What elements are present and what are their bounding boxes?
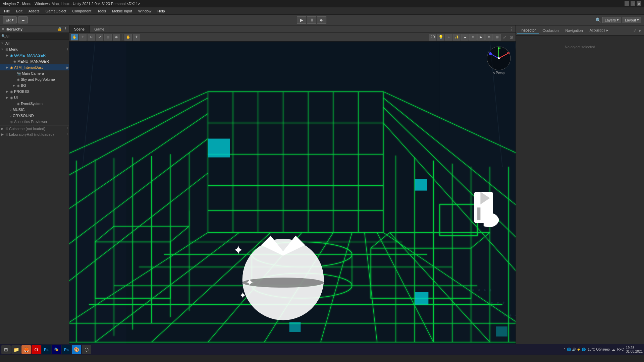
hierarchy-item-atm[interactable]: ▶ ◉ ATM_InteriorDust ▶ (0, 64, 69, 70)
svg-text:✦ ✦ ✦ ✦: ✦ ✦ ✦ ✦ (471, 287, 492, 293)
taskbar-unity-icon[interactable]: ⬡ (82, 345, 91, 354)
menu-help[interactable]: Help (155, 8, 168, 14)
hierarchy-options-icon[interactable]: ⋮ (63, 27, 67, 31)
hierarchy-item-menu[interactable]: ▾ ⊞ Menu ⋮ (0, 46, 69, 52)
scene-tab-options: ⋮ (509, 27, 516, 32)
scene-toolbar-right: 2D 💡 ♪ ✨ ☁ ≡ ▶ ⊕ ⊞ ⤢ ⊠ (429, 34, 514, 41)
laboratoryhall-dots[interactable]: ⋮ (66, 133, 69, 136)
hierarchy-item-game-manager[interactable]: ▶ ◉ GAME_MANAGER (0, 52, 69, 58)
system-tray: ⌃ 🌐 🔊 ⚡ 🌐 10°C Облачно ☁ РУС 19:28 31.08… (563, 346, 643, 353)
hierarchy-item-music[interactable]: ♪ MUSIC (0, 107, 69, 113)
play-button[interactable]: ▶ (297, 16, 306, 24)
hierarchy-atm-dots[interactable]: ▶ (66, 66, 69, 69)
hierarchy-item-laboratoryhall[interactable]: ▶ ⊞ LaboratoryHall (not loaded) ⋮ (0, 131, 69, 137)
atm-icon: ◉ (10, 66, 13, 69)
hierarchy-item-crysound[interactable]: ♪ CRYSOUND (0, 113, 69, 119)
scene-lighting-btn[interactable]: 💡 (437, 34, 444, 41)
scene-toolbar: ✋ ✛ ↻ ⤢ ⊞ ⊕ ✋ ✛ 2D 💡 ♪ ✨ ☁ ≡ ▶ ⊕ ⊞ ⤢ ⊠ (69, 33, 516, 42)
tool-transform[interactable]: ⊕ (113, 34, 120, 41)
taskbar-ps-icon-2[interactable]: Ps (62, 345, 71, 354)
hierarchy-label-sky-fog: Sky and Fog Volume (21, 77, 55, 81)
taskbar-firefox-icon[interactable]: 🦊 (21, 345, 31, 354)
inspector-empty: No object selected (519, 45, 641, 49)
tool-custom1[interactable]: ✋ (124, 34, 132, 41)
hierarchy-title: Hierarchy (5, 27, 22, 31)
tab-game[interactable]: Game (90, 25, 109, 33)
step-button[interactable]: ⏭ (317, 16, 326, 24)
svg-text:Z: Z (487, 51, 489, 54)
menu-mobile-input[interactable]: Mobile Input (109, 8, 135, 14)
hierarchy-item-ui[interactable]: ▶ ◉ UI (0, 95, 69, 101)
hierarchy-item-sky-fog[interactable]: ◉ Sky and Fog Volume (0, 76, 69, 82)
hierarchy-item-eventsystem[interactable]: ◉ EventSystem (0, 101, 69, 107)
tool-hand[interactable]: ✋ (71, 34, 78, 41)
hierarchy-search-input[interactable] (5, 34, 68, 38)
tool-move[interactable]: ✛ (79, 34, 87, 41)
tab-occlusion[interactable]: Occlusion (539, 27, 562, 34)
hierarchy-menu-dots[interactable]: ⋮ (66, 48, 69, 51)
minimize-button[interactable]: ─ (625, 1, 629, 6)
scene-grid-btn[interactable]: ⊞ (493, 34, 501, 41)
tool-scale[interactable]: ⤢ (96, 34, 103, 41)
tab-inspector[interactable]: Inspector (517, 27, 539, 34)
taskbar-opera-icon[interactable]: O (32, 345, 41, 354)
scene-snap-btn[interactable]: ⊕ (485, 34, 493, 41)
scene-collapse-icon[interactable]: ⊠ (508, 35, 514, 40)
probe-box-5 (496, 326, 507, 337)
menu-bar: File Edit Assets GameObject Component To… (0, 7, 644, 15)
hierarchy-label-menu: Menu (9, 47, 18, 51)
right-panel-expand[interactable]: ⤢ (632, 28, 638, 33)
scene-gizmos-btn[interactable]: 2D (429, 34, 436, 41)
hierarchy-item-all[interactable]: ▾ All (0, 40, 69, 46)
taskbar-explorer-icon[interactable]: 📁 (11, 345, 21, 354)
layers-label: Layers (605, 18, 616, 22)
taskbar-ae-icon[interactable]: 🎭 (52, 345, 61, 354)
toolbar-separator-1 (122, 34, 122, 40)
menu-window[interactable]: Window (136, 8, 154, 14)
er-button[interactable]: ER ▾ (3, 16, 17, 23)
tab-navigation[interactable]: Navigation (562, 27, 586, 34)
scene-options-icon[interactable]: ⋮ (509, 27, 514, 32)
scene-expand-icon[interactable]: ⤢ (501, 35, 507, 40)
layers-dropdown[interactable]: Layers ▾ (602, 17, 621, 23)
menu-edit[interactable]: Edit (13, 8, 25, 14)
hierarchy-label-all: All (5, 41, 9, 45)
tab-scene[interactable]: Scene (69, 25, 90, 33)
hierarchy-item-cutscene[interactable]: ▶ ⊞ Cutscene (not loaded) ⋮ (0, 125, 69, 131)
scene-audio-btn[interactable]: ♪ (445, 34, 452, 41)
cloud-button[interactable]: ☁ (18, 16, 28, 23)
hierarchy-item-menu-manager[interactable]: ◉ MENU_MANAGER (0, 58, 69, 64)
scene-sky-btn[interactable]: ☁ (461, 34, 469, 41)
scene-fog-btn[interactable]: ≡ (469, 34, 477, 41)
tab-acoustics[interactable]: Acoustics ▸ (586, 27, 612, 34)
hierarchy-item-bg[interactable]: ▶ ◉ BG (0, 82, 69, 88)
cutscene-dots[interactable]: ⋮ (66, 127, 69, 130)
tray-weather: 10°C Облачно (588, 348, 610, 351)
tool-custom2[interactable]: ✛ (133, 34, 140, 41)
scene-anim-btn[interactable]: ▶ (477, 34, 485, 41)
scene-view[interactable]: ✦ ✦ ✦ ✦ ✦ ✦ ✦ ✦ ✦ ✦ ✦ ✦ ✦ ✦ ✦ ✦ ✦ ✦ (69, 42, 516, 355)
menu-tools[interactable]: Tools (95, 8, 109, 14)
layout-dropdown-arrow: ▾ (637, 18, 639, 22)
hierarchy-item-acoustics-previewer[interactable]: ◉ Acoustics Previewer (0, 119, 69, 125)
arrow-atm: ▶ (6, 66, 10, 69)
hierarchy-item-probes[interactable]: ▶ ◉ PROBES (0, 88, 69, 95)
maximize-button[interactable]: □ (631, 1, 635, 6)
taskbar-ps-icon-1[interactable]: Ps (42, 345, 51, 354)
menu-assets[interactable]: Assets (26, 8, 42, 14)
tool-rotate[interactable]: ↻ (88, 34, 95, 41)
status-bar (0, 355, 644, 362)
hierarchy-item-main-camera[interactable]: 📷 Main Camera (0, 70, 69, 76)
close-button[interactable]: ✕ (637, 1, 641, 6)
taskbar-windows-icon[interactable]: ⊞ (1, 345, 11, 354)
inspector-content: No object selected (516, 36, 644, 355)
menu-component[interactable]: Component (69, 8, 94, 14)
pause-button[interactable]: ⏸ (307, 16, 316, 24)
menu-gameobject[interactable]: GameObject (43, 8, 69, 14)
tool-rect[interactable]: ⊞ (104, 34, 112, 41)
taskbar-paint-icon[interactable]: 🎨 (72, 345, 81, 354)
scene-fx-btn[interactable]: ✨ (453, 34, 461, 41)
menu-file[interactable]: File (1, 8, 13, 14)
layout-dropdown[interactable]: Layout ▾ (623, 17, 641, 23)
right-panel-options[interactable]: ▸ (638, 28, 643, 33)
